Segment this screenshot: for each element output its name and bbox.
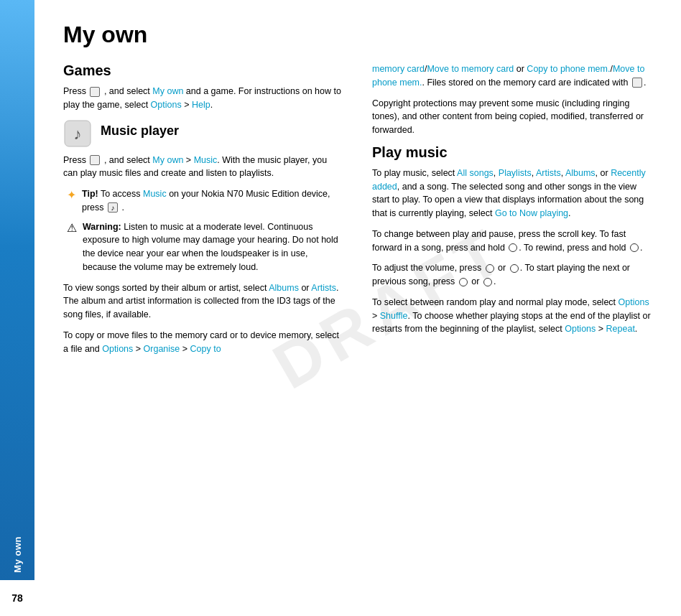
warning-text: Warning: Listen to music at a moderate l… bbox=[83, 220, 343, 274]
copy-to-link: Copy to bbox=[190, 344, 221, 354]
tip-text: Tip! To access Music on your Nokia N70 M… bbox=[82, 187, 343, 215]
options-shuffle-link: Options bbox=[619, 297, 649, 307]
main-content: DRAFT My own Games Press , and select My… bbox=[34, 0, 681, 616]
right-column: memory card/Move to memory card or Copy … bbox=[372, 62, 652, 363]
organise-link: Organise bbox=[144, 344, 180, 354]
music-player-header: ♪ Music player bbox=[63, 119, 343, 148]
artists-link: Artists bbox=[311, 283, 336, 293]
play-music-body1: To play music, select All songs, Playlis… bbox=[372, 167, 652, 220]
move-memory-link: Move to memory card bbox=[427, 64, 514, 74]
page-number: 78 bbox=[0, 580, 34, 616]
music-body2: To view songs sorted by their album or a… bbox=[63, 281, 343, 322]
gotonow-link: Go to Now playing bbox=[495, 208, 568, 218]
play-music-heading: Play music bbox=[372, 144, 652, 161]
albums-link: Albums bbox=[269, 283, 299, 293]
tip-box: ✦ Tip! To access Music on your Nokia N70… bbox=[63, 187, 343, 215]
artists-link2: Artists bbox=[536, 168, 561, 178]
copyright-text: Copyright protections may prevent some m… bbox=[372, 97, 652, 137]
page-title: My own bbox=[63, 22, 652, 48]
games-options-link: Options bbox=[151, 100, 182, 110]
continued-text: memory card/Move to memory card or Copy … bbox=[372, 62, 652, 90]
options-repeat-link: Options bbox=[565, 324, 596, 334]
memory-card-link: memory card bbox=[372, 64, 425, 74]
music-player-body1: Press , and select My own > Music. With … bbox=[63, 154, 343, 181]
mp-music-link: Music bbox=[194, 155, 218, 165]
music-player-heading: Music player bbox=[101, 123, 179, 139]
content-wrapper: Games Press , and select My own and a ga… bbox=[63, 62, 652, 363]
left-column: Games Press , and select My own and a ga… bbox=[63, 62, 343, 363]
repeat-link: Repeat bbox=[606, 324, 635, 334]
play-music-body3: To adjust the volume, press or . To star… bbox=[372, 261, 652, 289]
play-music-body4: To select between random play and normal… bbox=[372, 296, 652, 336]
warning-box: ⚠ Warning: Listen to music at a moderate… bbox=[63, 220, 343, 274]
music-body3: To copy or move files to the memory card… bbox=[63, 329, 343, 356]
warning-icon: ⚠ bbox=[67, 221, 77, 235]
shuffle-link: Shuffle bbox=[380, 311, 408, 321]
playlists-link: Playlists bbox=[499, 168, 532, 178]
albums-link2: Albums bbox=[565, 168, 596, 178]
sidebar: My own bbox=[0, 0, 34, 616]
svg-text:♪: ♪ bbox=[74, 125, 82, 143]
games-help-link: Help bbox=[192, 100, 210, 110]
music-player-icon: ♪ bbox=[63, 119, 92, 148]
allsongs-link: All songs bbox=[457, 168, 494, 178]
tip-icon: ✦ bbox=[67, 188, 76, 202]
mp-myown-link: My own bbox=[152, 155, 183, 165]
copy-phone-link: Copy to phone mem. bbox=[527, 64, 610, 74]
games-heading: Games bbox=[63, 62, 343, 79]
sidebar-label: My own bbox=[12, 536, 23, 573]
games-myown-link: My own bbox=[152, 86, 183, 96]
games-body: Press , and select My own and a game. Fo… bbox=[63, 85, 343, 112]
options-organise-link: Options bbox=[102, 344, 133, 354]
play-music-body2: To change between play and pause, press … bbox=[372, 228, 652, 255]
